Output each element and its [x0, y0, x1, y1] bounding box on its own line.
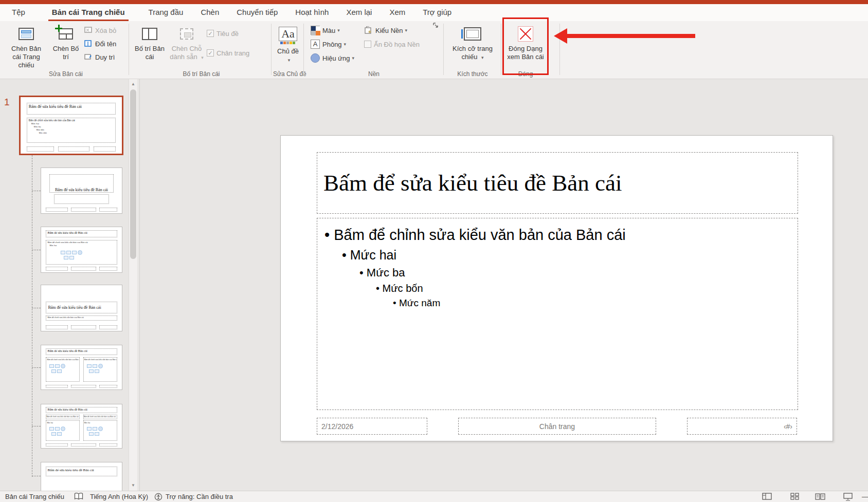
content-icons [49, 364, 79, 368]
mini-text-placeholder: Bấm để chỉnh sửa kiểu văn bản của Bản cá… [46, 315, 117, 321]
normal-view-icon[interactable] [762, 493, 772, 500]
workspace: 1 Bấm để sửa kiểu tiêu đề Bản cái Bấm để… [0, 79, 868, 491]
group-edit-theme: Aa Chủ đề ▾ Sửa Chủ đề [273, 21, 303, 79]
tab-insert[interactable]: Chèn [192, 4, 228, 21]
layout-thumbnail-comparison[interactable]: Bấm để sửa kiểu tiêu đề Bản cái Bấm để c… [41, 404, 122, 449]
ribbon-tab-bar: Tệp Bản cái Trang chiếu Trang đầu Chèn C… [0, 4, 868, 21]
mini-number-placeholder [99, 443, 117, 447]
mini-title-placeholder: Bấm để sửa kiểu tiêu đề Bản cái [46, 230, 117, 237]
fonts-button[interactable]: A Phông▾ [311, 39, 346, 49]
status-language[interactable]: Tiếng Anh (Hoa Kỳ) [90, 491, 148, 502]
mini-date-placeholder [46, 208, 67, 212]
zoom-out-icon[interactable]: — [862, 491, 868, 502]
reading-view-icon[interactable] [815, 493, 825, 500]
slide-master-canvas[interactable]: Bấm để sửa kiểu tiêu đề Bản cái Bấm để c… [280, 135, 833, 441]
status-accessibility[interactable]: Trợ năng: Cần điều tra [166, 491, 233, 502]
content-icons [64, 256, 116, 259]
tab-animations[interactable]: Hoạt hình [286, 4, 337, 21]
slideshow-icon[interactable] [843, 493, 853, 501]
slide-sorter-icon[interactable] [790, 493, 800, 500]
date-placeholder[interactable]: 2/12/2026 [317, 418, 427, 435]
slide-number-placeholder[interactable]: ‹#› [687, 418, 797, 435]
content-icons [51, 432, 79, 436]
background-styles-icon [364, 26, 373, 34]
content-icons [49, 426, 79, 431]
layout-thumbnail-title-content[interactable]: Bấm để sửa kiểu tiêu đề Bản cái Bấm để c… [41, 227, 122, 273]
bullet-level-2: Mức hai [342, 248, 798, 263]
mini-number-placeholder [99, 385, 117, 388]
date-text: 2/12/2026 [321, 422, 353, 431]
layout-connector-stub [32, 250, 41, 250]
colors-icon [311, 26, 320, 35]
bullet-level-4: Mức bốn [376, 283, 798, 294]
group-size: Kích cỡ trang chiếu ▾ Kích thước [445, 21, 500, 79]
effects-button[interactable]: Hiệu ứng▾ [311, 53, 354, 63]
mini-title-placeholder: Bấm để sửa kiểu tiêu đề Bản cái [46, 467, 117, 476]
layout-connector-stub [32, 367, 41, 368]
master-layout-button[interactable]: Bố trí Bản cái [134, 22, 166, 69]
hide-background-graphics-checkbox: Ẩn Đồ họa Nền [364, 39, 420, 49]
master-layout-icon [141, 25, 158, 43]
mini-title-placeholder: Bấm để sửa kiểu tiêu đề Bản cái [46, 302, 117, 313]
body-placeholder[interactable]: Bấm để chỉnh sửa kiểu văn bản của Bản cá… [317, 218, 798, 410]
tab-help[interactable]: Trợ giúp [414, 4, 460, 21]
title-placeholder[interactable]: Bấm để sửa kiểu tiêu đề Bản cái [317, 152, 798, 214]
layout-connector-stub [32, 191, 41, 191]
layout-thumbnail-title-only[interactable]: Bấm để sửa kiểu tiêu đề Bản cái [41, 462, 122, 491]
themes-button[interactable]: Aa Chủ đề ▾ [276, 22, 300, 69]
scrollbar-thumb[interactable] [130, 89, 136, 259]
dropdown-caret-icon: ▾ [481, 55, 484, 60]
group-master-layout: Bố trí Bản cái Chèn Chỗ dành sẵn ▾ ✓ Tiê… [132, 21, 271, 79]
mini-content-placeholder: Bấm để chỉnh sửa kiểu văn bản của Bản cá… [46, 240, 117, 265]
accessibility-icon[interactable] [154, 493, 163, 501]
tab-file[interactable]: Tệp [3, 4, 34, 21]
layout-thumbnail-section-header[interactable]: Bấm để sửa kiểu tiêu đề Bản cái Bấm để c… [41, 285, 122, 331]
spellcheck-book-icon[interactable] [74, 493, 83, 500]
slide-size-icon [464, 25, 481, 43]
colors-button[interactable]: Màu▾ [311, 25, 340, 35]
delete-icon [84, 27, 93, 34]
footer-placeholder[interactable]: Chân trang [458, 418, 656, 435]
rename-button[interactable]: Đổi tên [84, 39, 116, 49]
mini-subtitle-placeholder [54, 194, 109, 204]
scroll-up-icon[interactable]: ▲ [129, 80, 137, 88]
checkbox-checked-icon: ✓ [207, 30, 214, 37]
checkbox-checked-icon: ✓ [207, 49, 214, 57]
status-view-label[interactable]: Bản cái Trang chiếu [5, 491, 64, 502]
group-label-edit-theme: Sửa Chủ đề [273, 70, 303, 78]
layout-thumbnail-two-content[interactable]: Bấm để sửa kiểu tiêu đề Bản cái Bấm để c… [41, 345, 122, 390]
insert-placeholder-button: Chèn Chỗ dành sẵn ▾ [169, 22, 205, 69]
mini-footer-placeholder [71, 443, 96, 447]
tab-review[interactable]: Xem lại [337, 4, 381, 21]
slide-master-thumbnail[interactable]: Bấm để sửa kiểu tiêu đề Bản cái Bấm để c… [19, 96, 123, 155]
mini-title-placeholder: Bấm để sửa kiểu tiêu đề Bản cái [46, 407, 117, 413]
tab-home[interactable]: Trang đầu [140, 4, 192, 21]
slide-size-button[interactable]: Kích cỡ trang chiếu ▾ [448, 22, 497, 69]
layout-connector-stub [32, 426, 41, 426]
dialog-launcher-icon[interactable] [433, 23, 439, 29]
tab-view[interactable]: Xem [381, 4, 414, 21]
mini-heading-placeholder: Bấm để chỉnh sửa kiểu văn bản của Bản cá… [83, 415, 117, 419]
preserve-button[interactable]: Duy trì [84, 52, 115, 62]
dropdown-caret-icon: ▾ [288, 58, 291, 63]
content-icons [61, 250, 116, 255]
group-label-edit-master: Sửa Bản cái [3, 70, 129, 78]
insert-slide-master-button[interactable]: Chèn Bản cái Trang chiếu [7, 22, 45, 69]
layout-connector-line [32, 155, 32, 477]
slide-number-label: 1 [4, 97, 10, 108]
tab-slide-master[interactable]: Bản cái Trang chiếu [43, 4, 134, 21]
thumbnail-scrollbar[interactable]: ▲ ▼ [129, 79, 137, 491]
mini-footer-placeholder [71, 325, 96, 329]
group-label-size: Kích thước [445, 70, 500, 78]
dropdown-caret-icon: ▾ [352, 55, 355, 61]
slide-thumbnail-panel[interactable]: 1 Bấm để sửa kiểu tiêu đề Bản cái Bấm để… [0, 79, 140, 491]
scroll-down-icon[interactable]: ▼ [129, 481, 137, 490]
insert-layout-button[interactable]: Chèn Bố trí [50, 22, 81, 69]
mini-footer-placeholder [71, 208, 96, 212]
content-icons [89, 432, 117, 436]
mini-content-placeholder: Bấm để chỉnh sửa kiểu văn bản của Bản cá… [46, 357, 80, 382]
tab-transitions[interactable]: Chuyển tiếp [228, 4, 286, 21]
layout-thumbnail-title-slide[interactable]: Bấm để sửa kiểu tiêu đề Bản cái [41, 168, 122, 214]
insert-layout-icon [57, 25, 75, 43]
background-styles-button[interactable]: Kiểu Nền▾ [364, 25, 407, 35]
